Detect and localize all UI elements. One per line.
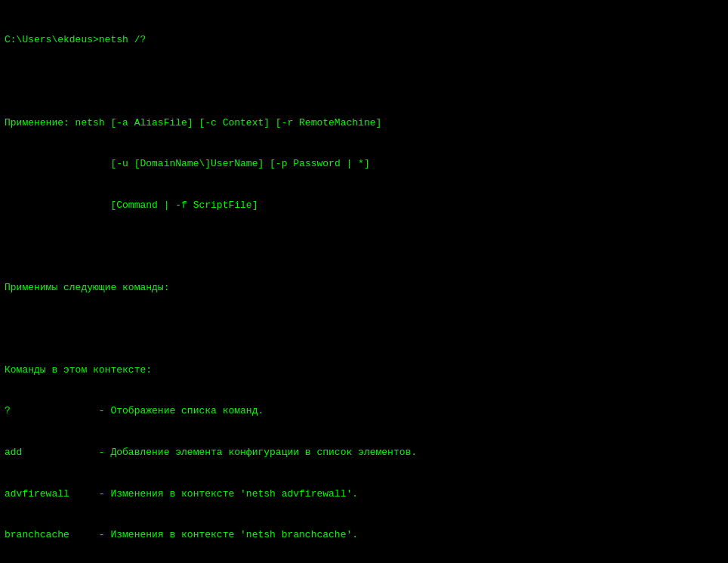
- cmd-branchcache: branchcache - Изменения в контексте 'net…: [5, 528, 723, 542]
- terminal-window: C:\Users\ekdeus>netsh /? Применение: net…: [5, 6, 723, 563]
- usage-label: Применение: netsh [-a AliasFile] [-c Con…: [5, 116, 723, 130]
- commands-label: Команды в этом контексте:: [5, 363, 723, 377]
- usage-line3: [Command | -f ScriptFile]: [5, 199, 723, 212]
- blank-line-2: [5, 240, 723, 253]
- cmd-q: ? - Отображение списка команд.: [5, 404, 723, 418]
- blank-line-3: [5, 322, 723, 336]
- prompt-line: C:\Users\ekdeus>netsh /?: [5, 33, 723, 47]
- cmd-advfirewall: advfirewall - Изменения в контексте 'net…: [5, 487, 723, 501]
- usage-line2: [-u [DomainName\]UserName] [-p Password …: [5, 157, 723, 171]
- cmd-add: add - Добавление элемента конфигурации в…: [5, 446, 723, 459]
- applicable-label: Применимы следующие команды:: [5, 281, 723, 295]
- blank-line-1: [5, 75, 723, 88]
